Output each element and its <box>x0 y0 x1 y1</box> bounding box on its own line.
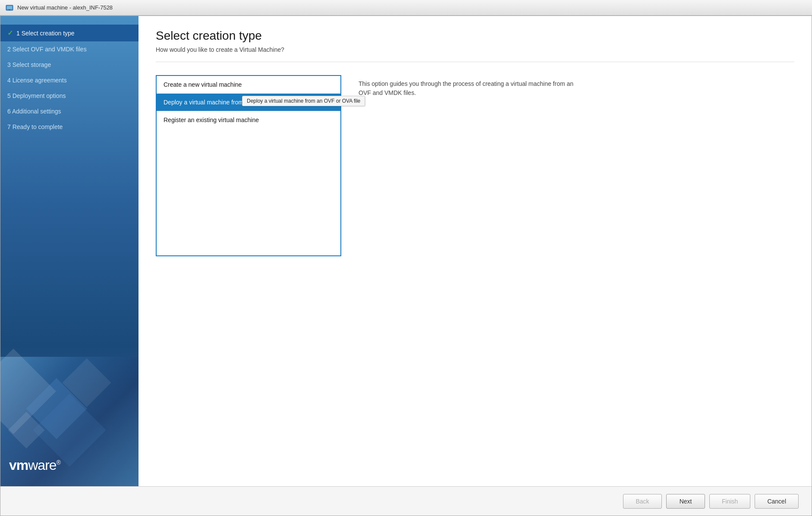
sidebar: ✓ 1 Select creation type 2 Select OVF an… <box>0 16 138 486</box>
option-register-label: Register an existing virtual machine <box>164 116 259 123</box>
page-title: Select creation type <box>156 29 794 43</box>
content-divider <box>156 62 794 62</box>
sidebar-item-label-step3: 3 Select storage <box>7 61 51 68</box>
dialog-body: ✓ 1 Select creation type 2 Select OVF an… <box>0 16 812 486</box>
sidebar-item-step2[interactable]: 2 Select OVF and VMDK files <box>0 41 138 57</box>
content-area: Select creation type How would you like … <box>138 16 812 486</box>
sidebar-item-label-step5: 5 Deployment options <box>7 92 66 99</box>
svg-rect-2 <box>9 9 10 10</box>
sidebar-item-step7[interactable]: 7 Ready to complete <box>0 119 138 135</box>
cancel-button[interactable]: Cancel <box>755 494 799 509</box>
option-register-existing[interactable]: Register an existing virtual machine <box>157 111 340 129</box>
option-new-vm-label: Create a new virtual machine <box>164 81 242 88</box>
sidebar-item-step6[interactable]: 6 Additional settings <box>0 104 138 119</box>
sidebar-item-step1[interactable]: ✓ 1 Select creation type <box>0 25 138 41</box>
sidebar-item-label-step4: 4 License agreements <box>7 77 67 84</box>
sidebar-item-label-step7: 7 Ready to complete <box>7 123 63 130</box>
dialog-footer: Back Next Finish Cancel <box>0 486 812 516</box>
sidebar-item-step4[interactable]: 4 License agreements <box>0 72 138 88</box>
check-icon: ✓ <box>7 29 13 37</box>
sidebar-item-label-step2: 2 Select OVF and VMDK files <box>7 46 87 53</box>
vm-icon <box>5 3 14 12</box>
options-row: Create a new virtual machine Deploy a vi… <box>156 75 794 256</box>
option-tooltip: Deploy a virtual machine from an OVF or … <box>242 96 365 106</box>
window-title: New virtual machine - alexh_INF-7528 <box>17 4 113 11</box>
back-button[interactable]: Back <box>623 494 662 509</box>
sidebar-item-label-step1: 1 Select creation type <box>16 30 75 37</box>
vmware-logo-text: vm <box>9 457 28 473</box>
sidebar-item-label-step6: 6 Additional settings <box>7 108 61 115</box>
sidebar-nav: ✓ 1 Select creation type 2 Select OVF an… <box>0 25 138 135</box>
title-bar: New virtual machine - alexh_INF-7528 <box>0 0 812 16</box>
option-new-vm[interactable]: Create a new virtual machine <box>157 76 340 94</box>
sidebar-decoration <box>0 352 138 460</box>
next-button[interactable]: Next <box>666 494 705 509</box>
sidebar-item-step3[interactable]: 3 Select storage <box>0 57 138 72</box>
sidebar-item-step5[interactable]: 5 Deployment options <box>0 88 138 104</box>
finish-button[interactable]: Finish <box>709 494 750 509</box>
dialog: ✓ 1 Select creation type 2 Select OVF an… <box>0 16 812 516</box>
svg-rect-1 <box>7 6 12 9</box>
options-wrapper: Create a new virtual machine Deploy a vi… <box>156 75 341 256</box>
option-description: This option guides you through the proce… <box>359 75 574 98</box>
page-subtitle: How would you like to create a Virtual M… <box>156 46 794 53</box>
vmware-logo: vmware® <box>9 457 60 473</box>
